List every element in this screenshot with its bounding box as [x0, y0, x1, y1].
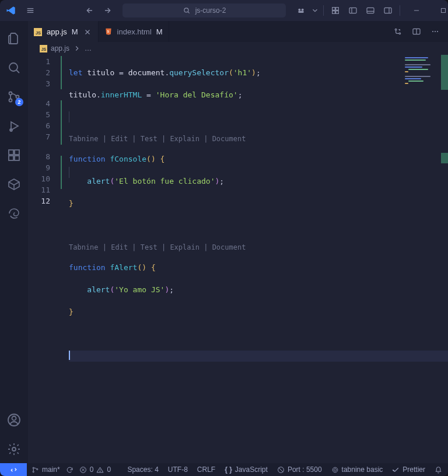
- svg-point-24: [9, 63, 18, 71]
- window-minimize-button[interactable]: [404, 0, 429, 21]
- svg-point-63: [332, 467, 338, 473]
- svg-point-37: [12, 447, 16, 451]
- svg-rect-11: [336, 8, 339, 10]
- codelens[interactable]: Tabnine | Edit | Test | Explain | Docume…: [69, 242, 448, 251]
- editor[interactable]: 1 2 3 4 5 6 7 8 9 10 11 12: [28, 55, 448, 463]
- eol-status[interactable]: CRLF: [192, 463, 220, 476]
- search-panel-icon[interactable]: [0, 54, 28, 82]
- svg-point-59: [100, 471, 100, 471]
- live-server-port[interactable]: Port : 5500: [272, 463, 327, 476]
- svg-point-48: [435, 31, 436, 32]
- svg-point-8: [302, 9, 304, 11]
- run-debug-icon[interactable]: [0, 112, 28, 140]
- settings-gear-icon[interactable]: [0, 435, 28, 463]
- breadcrumb[interactable]: JS app.js …: [28, 42, 448, 55]
- tabnine-status[interactable]: tabnine basic: [327, 463, 388, 476]
- svg-text:5: 5: [107, 30, 108, 33]
- prettier-status[interactable]: Prettier: [387, 463, 430, 476]
- tab-modified-indicator: M: [156, 27, 163, 36]
- nav-back-button[interactable]: [82, 2, 98, 19]
- panel-left-icon[interactable]: [345, 2, 361, 19]
- svg-line-61: [279, 467, 284, 472]
- svg-rect-18: [384, 8, 391, 13]
- vscode-logo-icon: [6, 5, 16, 16]
- svg-rect-13: [336, 11, 339, 14]
- sync-button[interactable]: [65, 463, 75, 476]
- svg-text:JS: JS: [41, 47, 47, 51]
- editor-scrollbar[interactable]: [441, 55, 448, 463]
- panel-right-icon[interactable]: [380, 2, 396, 19]
- line-number-gutter: 1 2 3 4 5 6 7 8 9 10 11 12: [28, 55, 61, 463]
- minimap[interactable]: [402, 56, 440, 138]
- html-file-icon: 5: [104, 27, 113, 36]
- notifications-icon[interactable]: [430, 463, 448, 476]
- svg-rect-21: [442, 9, 446, 13]
- code-content[interactable]: let titulo = document.querySelector('h1'…: [61, 55, 448, 463]
- tab-modified-indicator: M: [72, 27, 78, 36]
- command-center[interactable]: js-curso-2: [123, 4, 286, 18]
- svg-point-43: [395, 29, 397, 30]
- js-file-icon: JS: [34, 28, 42, 36]
- chevron-right-icon: [73, 44, 81, 52]
- window-maximize-button[interactable]: [430, 0, 448, 21]
- tab-app-js[interactable]: JS app.js M: [28, 21, 99, 42]
- svg-point-47: [432, 31, 433, 32]
- codelens[interactable]: Tabnine | Edit | Test | Explain | Docume…: [69, 134, 448, 142]
- svg-rect-10: [332, 8, 335, 10]
- svg-point-5: [184, 8, 188, 12]
- problems-indicator[interactable]: 0 0: [75, 463, 116, 476]
- hamburger-menu-icon[interactable]: [22, 4, 38, 18]
- layout-grid-icon[interactable]: [327, 2, 344, 19]
- branch-indicator[interactable]: main*: [27, 463, 65, 476]
- nav-forward-button[interactable]: [99, 2, 116, 19]
- breadcrumb-rest: …: [85, 44, 92, 52]
- status-bar: main* 0 0 Spaces: 4 UTF-8 CRLF { }JavaSc…: [0, 463, 448, 476]
- vscode-window: js-curso-2: [0, 0, 448, 476]
- tab-close-icon[interactable]: [83, 27, 92, 37]
- svg-rect-32: [15, 150, 19, 155]
- scm-badge: 2: [15, 98, 23, 106]
- svg-rect-31: [9, 150, 13, 155]
- remote-indicator[interactable]: [0, 463, 27, 476]
- svg-rect-16: [367, 8, 374, 13]
- svg-point-7: [298, 9, 300, 11]
- cube-icon[interactable]: [0, 170, 28, 198]
- activity-bar: 2: [0, 21, 28, 463]
- source-control-icon[interactable]: 2: [0, 83, 28, 111]
- explorer-icon[interactable]: [0, 24, 28, 52]
- svg-point-62: [334, 468, 336, 471]
- extensions-icon[interactable]: [0, 141, 28, 169]
- svg-rect-33: [9, 156, 13, 160]
- nav-buttons: [82, 2, 116, 19]
- js-file-icon: JS: [40, 45, 47, 52]
- separator: [400, 5, 400, 16]
- split-editor-icon[interactable]: [408, 23, 425, 40]
- copilot-icon[interactable]: [293, 2, 309, 19]
- main-row: 2: [0, 21, 448, 463]
- svg-point-53: [33, 471, 34, 472]
- svg-point-26: [9, 92, 12, 95]
- svg-line-6: [188, 12, 190, 13]
- account-icon[interactable]: [0, 406, 28, 434]
- language-status[interactable]: { }JavaScript: [220, 463, 272, 476]
- chevron-down-icon[interactable]: [310, 2, 320, 19]
- svg-point-27: [9, 99, 12, 102]
- indentation-status[interactable]: Spaces: 4: [123, 463, 163, 476]
- svg-point-44: [399, 33, 401, 34]
- panel-bottom-icon[interactable]: [362, 2, 379, 19]
- svg-rect-12: [332, 11, 335, 14]
- edge-icon[interactable]: [0, 200, 28, 228]
- tab-label: index.html: [117, 27, 152, 36]
- command-center-text: js-curso-2: [195, 6, 226, 15]
- svg-point-49: [437, 31, 438, 32]
- tab-index-html[interactable]: 5 index.html M: [99, 21, 169, 42]
- compare-changes-icon[interactable]: [390, 23, 406, 40]
- encoding-status[interactable]: UTF-8: [163, 463, 192, 476]
- more-actions-icon[interactable]: [427, 23, 443, 40]
- editor-area: JS app.js M 5 index.html M: [28, 21, 448, 463]
- title-bar: js-curso-2: [0, 0, 448, 21]
- tab-bar: JS app.js M 5 index.html M: [28, 21, 448, 42]
- svg-rect-9: [298, 11, 303, 13]
- text-cursor: [69, 351, 70, 360]
- tab-actions: [390, 21, 448, 42]
